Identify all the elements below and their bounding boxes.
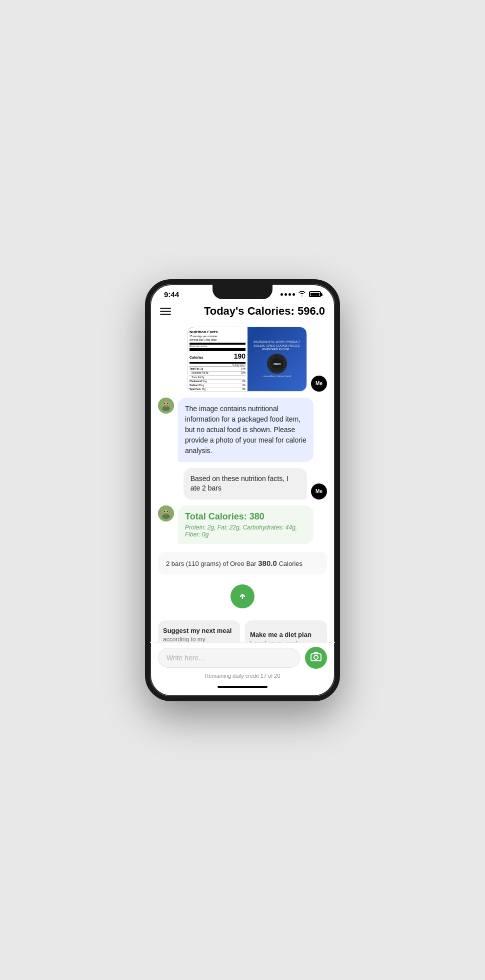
camera-button[interactable] (305, 647, 327, 669)
svg-point-0 (270, 357, 284, 370)
scroll-up-button[interactable] (230, 584, 254, 608)
scroll-up-area (158, 584, 327, 610)
svg-point-9 (162, 514, 170, 519)
user-text-1: Based on these nutrition facts, I ate 2 … (190, 475, 288, 492)
svg-point-11 (164, 510, 165, 511)
nf-calories-row: Calories 190 (190, 348, 246, 364)
svg-point-7 (167, 403, 168, 404)
header-title-prefix: Today's Calories: (204, 305, 298, 317)
ai-message-1: The image contains nutritional informati… (158, 398, 314, 462)
signal-dots-icon (280, 293, 295, 296)
diet-plan-button[interactable]: Make me a diet plan based on my goal (245, 620, 327, 642)
ai-calories-label: Total Calories: (185, 511, 250, 521)
status-time: 9:44 (164, 290, 179, 299)
ai-avatar-1 (158, 398, 174, 414)
nf-serving-size: Serving Size 1 Bar (55g) (190, 338, 246, 342)
user-message-1: Based on these nutrition facts, I ate 2 … (184, 468, 327, 499)
ai-total-calories: Total Calories: 380 (185, 511, 306, 522)
user-bubble-1: Based on these nutrition facts, I ate 2 … (184, 468, 307, 499)
camera-icon (310, 651, 322, 664)
svg-text:OREO: OREO (274, 363, 281, 366)
oreo-product-side: INGREDIENTS: DAIRY PRODUCT SOLIDS, OREO … (248, 338, 306, 380)
text-input-field[interactable]: Write here... (158, 648, 300, 668)
credit-bar: Remaining daily credit 17 of 20 (150, 671, 335, 683)
suggest-meal-sub: according to my preference (163, 635, 235, 642)
svg-point-14 (314, 655, 318, 659)
svg-point-12 (167, 510, 168, 511)
food-log-unit: Calories (277, 560, 302, 567)
input-placeholder: Write here... (166, 654, 204, 662)
svg-point-6 (164, 403, 165, 404)
chat-area[interactable]: Nutrition Facts 15 servings per containe… (150, 322, 335, 642)
phone-frame: 9:44 (145, 279, 340, 701)
oreo-cookie-image: OREO (267, 354, 287, 374)
nf-title: Nutrition Facts (190, 329, 246, 335)
header-calories-value: 596.0 (298, 305, 325, 317)
svg-point-4 (162, 406, 170, 411)
food-log-card: 2 bars (110 grams) of Oreo Bar 380.0 Cal… (158, 552, 327, 574)
phone-notch (212, 284, 272, 299)
nf-servings: 15 servings per container (190, 335, 246, 338)
ai-stats-bubble: Total Calories: 380 Protein: 2g, Fat: 22… (178, 505, 314, 544)
svg-point-1 (272, 359, 282, 369)
menu-button[interactable] (160, 308, 171, 315)
user-avatar-text: Me (311, 484, 327, 499)
header-calories: Today's Calories: 596.0 (204, 305, 325, 318)
suggest-meal-title: Suggest my next meal (163, 626, 235, 635)
ai-calories-value: 380 (250, 511, 264, 521)
food-log-calories: 380.0 (258, 559, 277, 567)
user-avatar-image: Me (311, 376, 327, 392)
suggest-meal-button[interactable]: Suggest my next meal according to my pre… (158, 620, 240, 642)
ai-avatar-2 (158, 505, 174, 521)
battery-icon (309, 291, 321, 297)
food-log-prefix: 2 bars (110 grams) of Oreo Bar (166, 560, 258, 567)
screen-content: Today's Calories: 596.0 Nutrition Facts … (150, 301, 335, 691)
ai-text-1: The image contains nutritional informati… (185, 405, 306, 455)
ai-bubble-1: The image contains nutritional informati… (178, 398, 314, 462)
suggestion-buttons: Suggest my next meal according to my pre… (158, 618, 327, 642)
input-area: Write here... (150, 642, 335, 671)
nutrition-image: Nutrition Facts 15 servings per containe… (187, 327, 307, 392)
credit-text: Remaining daily credit 17 of 20 (204, 673, 280, 679)
ai-macros: Protein: 2g, Fat: 22g, Carbohydrates: 44… (185, 524, 306, 538)
nutrition-facts-panel: Nutrition Facts 15 servings per containe… (188, 327, 248, 391)
top-bar: Today's Calories: 596.0 (150, 301, 335, 322)
ai-message-2: Total Calories: 380 Protein: 2g, Fat: 22… (158, 505, 314, 544)
diet-plan-title: Make me a diet plan (250, 630, 322, 639)
user-image-message: Nutrition Facts 15 servings per containe… (187, 327, 327, 392)
home-indicator (150, 683, 335, 691)
status-icons (280, 290, 321, 298)
home-indicator-bar (218, 686, 268, 688)
wifi-icon (298, 290, 306, 298)
